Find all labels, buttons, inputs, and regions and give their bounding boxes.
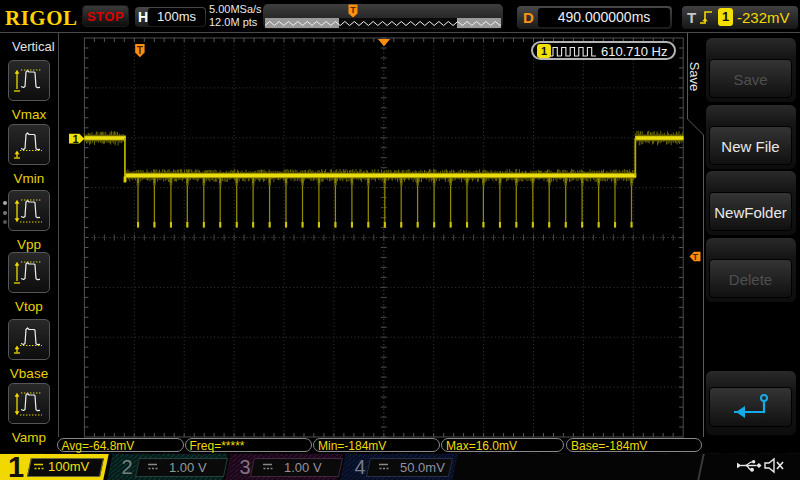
svg-text:T: T bbox=[137, 45, 143, 56]
svg-text:T: T bbox=[350, 5, 356, 15]
svg-text:1: 1 bbox=[72, 133, 78, 145]
